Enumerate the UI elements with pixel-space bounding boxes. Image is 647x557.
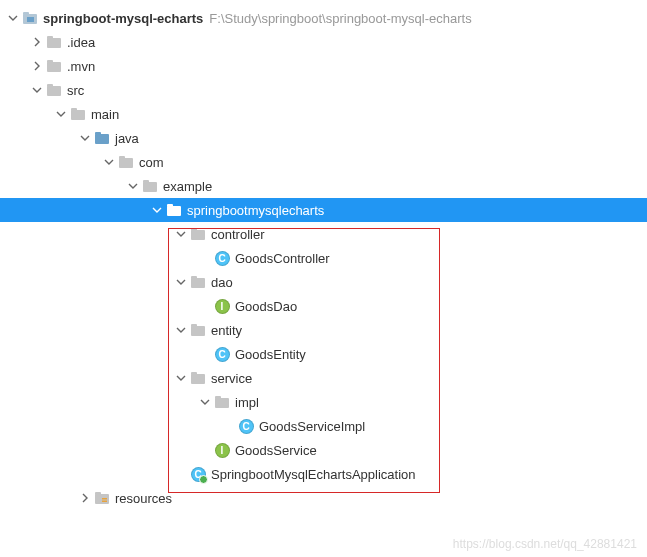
folder-icon [46,34,62,50]
tree-root-row[interactable]: springboot-mysql-echarts F:\Study\spring… [0,6,647,30]
svg-rect-17 [167,206,181,216]
svg-rect-24 [191,324,197,327]
svg-rect-2 [27,17,34,22]
class-icon: C [214,346,230,362]
tree-item-java[interactable]: java [0,126,647,150]
svg-rect-1 [23,12,29,15]
chevron-down-icon[interactable] [174,323,188,337]
tree-item-goodsserviceimpl[interactable]: C GoodsServiceImpl [0,414,647,438]
module-folder-icon [22,10,38,26]
chevron-down-icon[interactable] [126,179,140,193]
folder-icon [70,106,86,122]
svg-rect-25 [191,374,205,384]
node-label: impl [235,395,259,410]
package-icon [190,322,206,338]
tree-item-goodsservice[interactable]: I GoodsService [0,438,647,462]
chevron-down-icon[interactable] [6,11,20,25]
root-label: springboot-mysql-echarts [43,11,203,26]
svg-rect-7 [47,86,61,96]
tree-item-mvn[interactable]: .mvn [0,54,647,78]
svg-rect-13 [119,158,133,168]
chevron-right-icon[interactable] [78,491,92,505]
spring-app-icon: C [190,466,206,482]
tree-item-impl[interactable]: impl [0,390,647,414]
tree-item-example[interactable]: example [0,174,647,198]
chevron-down-icon[interactable] [78,131,92,145]
tree-item-application-class[interactable]: C SpringbootMysqlEchartsApplication [0,462,647,486]
node-label: GoodsController [235,251,330,266]
svg-rect-26 [191,372,197,375]
node-label: main [91,107,119,122]
class-icon: C [238,418,254,434]
svg-rect-30 [95,492,101,495]
tree-item-springbootmysqlecharts[interactable]: springbootmysqlecharts [0,198,647,222]
svg-rect-6 [47,60,53,63]
chevron-down-icon[interactable] [102,155,116,169]
svg-rect-14 [119,156,125,159]
svg-rect-23 [191,326,205,336]
svg-rect-16 [143,180,149,183]
project-tree: springboot-mysql-echarts F:\Study\spring… [0,0,647,516]
node-label: springbootmysqlecharts [187,203,324,218]
chevron-down-icon[interactable] [174,227,188,241]
class-icon: C [214,250,230,266]
svg-rect-18 [167,204,173,207]
chevron-right-icon[interactable] [30,35,44,49]
tree-item-entity[interactable]: entity [0,318,647,342]
tree-item-com[interactable]: com [0,150,647,174]
package-icon [118,154,134,170]
package-icon [190,370,206,386]
package-icon [190,226,206,242]
tree-item-controller[interactable]: controller [0,222,647,246]
package-icon [214,394,230,410]
tree-item-service[interactable]: service [0,366,647,390]
chevron-down-icon[interactable] [150,203,164,217]
tree-item-goodsdao[interactable]: I GoodsDao [0,294,647,318]
folder-icon [46,82,62,98]
svg-rect-15 [143,182,157,192]
package-icon [142,178,158,194]
node-label: .idea [67,35,95,50]
tree-item-main[interactable]: main [0,102,647,126]
node-label: GoodsDao [235,299,297,314]
svg-rect-4 [47,36,53,39]
node-label: controller [211,227,264,242]
node-label: entity [211,323,242,338]
svg-rect-19 [191,230,205,240]
node-label: GoodsService [235,443,317,458]
svg-rect-10 [71,108,77,111]
tree-item-goodscontroller[interactable]: C GoodsController [0,246,647,270]
svg-rect-8 [47,84,53,87]
tree-item-resources[interactable]: resources [0,486,647,510]
tree-item-dao[interactable]: dao [0,270,647,294]
chevron-down-icon[interactable] [30,83,44,97]
chevron-down-icon[interactable] [198,395,212,409]
node-label: .mvn [67,59,95,74]
chevron-down-icon[interactable] [54,107,68,121]
node-label: service [211,371,252,386]
interface-icon: I [214,298,230,314]
tree-item-idea[interactable]: .idea [0,30,647,54]
resources-folder-icon [94,490,110,506]
node-label: GoodsEntity [235,347,306,362]
svg-rect-5 [47,62,61,72]
tree-item-goodsentity[interactable]: C GoodsEntity [0,342,647,366]
svg-rect-20 [191,228,197,231]
svg-rect-27 [215,398,229,408]
node-label: SpringbootMysqlEchartsApplication [211,467,416,482]
chevron-down-icon[interactable] [174,371,188,385]
tree-item-src[interactable]: src [0,78,647,102]
svg-rect-22 [191,276,197,279]
chevron-down-icon[interactable] [174,275,188,289]
node-label: java [115,131,139,146]
node-label: resources [115,491,172,506]
node-label: com [139,155,164,170]
svg-rect-9 [71,110,85,120]
package-icon [166,202,182,218]
svg-rect-3 [47,38,61,48]
interface-icon: I [214,442,230,458]
root-path: F:\Study\springboot\springboot-mysql-ech… [209,11,471,26]
chevron-right-icon[interactable] [30,59,44,73]
folder-icon [46,58,62,74]
node-label: src [67,83,84,98]
